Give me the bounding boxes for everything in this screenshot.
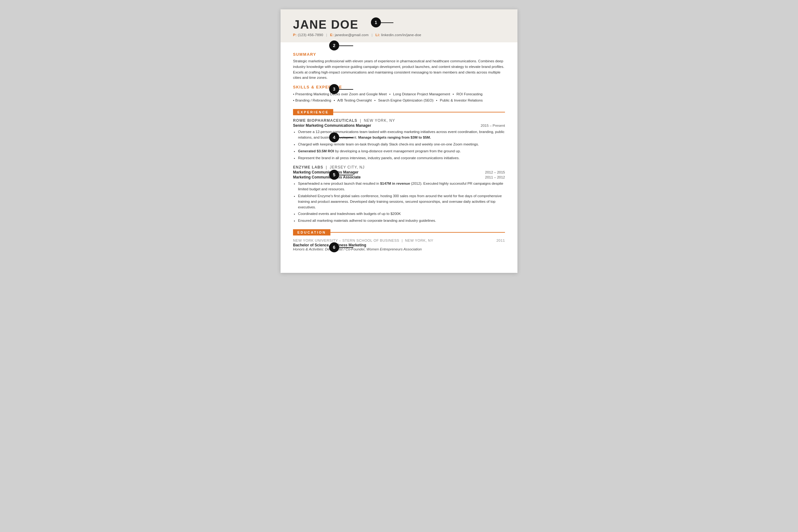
bullet-j2-2: Established Enzyme's first global sales … [298,193,505,210]
ann5-line [339,175,353,175]
annotation-3: 3 [329,84,339,94]
resume-paper: JANE DOE P: (123) 456-7890 | E: janedoe@… [280,10,518,273]
education-heading: EDUCATION [293,229,330,235]
annotation-6: 6 [329,242,339,252]
skills-heading: SKILLS & EXPERTISE [293,85,505,89]
role-title-1: Senior Marketing Communications Manager [293,124,371,128]
role-row-1: Senior Marketing Communications Manager … [293,124,505,128]
experience-bar-line [333,112,505,112]
page-wrapper: 1 2 3 4 5 6 JANE DOE P: (123) 456-7890 |… [280,10,518,273]
company-2: ENZYME LABS | Jersey City, NJ [293,165,505,169]
ann4-line [339,137,353,138]
bullet-j2-1: Spearheaded a new product launch that re… [298,181,505,192]
summary-text: Strategic marketing professional with el… [293,59,505,81]
resume-name: JANE DOE [293,18,505,32]
resume-contact: P: (123) 456-7890 | E: janedoe@gmail.com… [293,33,505,37]
annotation-2: 2 [329,40,339,51]
ann3-line [339,89,353,90]
annotation-4: 4 [329,132,339,142]
phone-label: P: [293,33,297,37]
edu-honors: Honors & Activities: Dean's List / Co-Fo… [293,247,505,251]
skills-line2: • Branding / Rebranding • A/B Testing Ov… [293,97,505,104]
role-dates-1: 2015 – Present [481,124,505,127]
role-title-2a: Marketing Communications Manager [293,170,359,174]
phone-value: (123) 456-7890 [298,33,323,37]
bullet-j2-3: Coordinated events and tradeshows with b… [298,211,505,217]
annotation-5: 5 [329,170,339,180]
experience-heading: EXPERIENCE [293,109,333,115]
skill-bullet-2: • [293,98,294,102]
role-dates-2a: 2012 – 2015 [485,170,505,174]
resume-header: JANE DOE P: (123) 456-7890 | E: janedoe@… [280,10,518,42]
role-row-2a: Marketing Communications Manager 2012 – … [293,170,505,174]
resume-body: SUMMARY Strategic marketing professional… [280,42,518,273]
bullets-job2: Spearheaded a new product launch that re… [298,181,505,224]
role-row-2b: Marketing Communications Associate 2011 … [293,175,505,179]
ann6-line [339,247,353,248]
edu-school-name: NEW YORK UNIVERSITY – STERN SCHOOL OF BU… [293,239,433,242]
edu-year: 2011 [496,239,505,242]
bullet-j1-3: Generated $3.5M ROI by developing a long… [298,149,505,154]
experience-bar: EXPERIENCE [293,109,505,115]
linkedin-label: Li: [375,33,380,37]
bullet-j1-4: Represent the brand in all press intervi… [298,155,505,161]
skills-line1: • Presenting Marketing Decks over Zoom a… [293,91,505,97]
linkedin-value: linkedin.com/in/jane-doe [381,33,421,37]
company-1: ROWE BIOPHARMACEUTICALS | New York, NY [293,118,505,123]
bottom-spacer [293,251,505,264]
bullet-j1-2: Charged with keeping remote team on-task… [298,142,505,147]
summary-heading: SUMMARY [293,52,505,57]
education-bar: EDUCATION [293,229,505,235]
email-label: E: [330,33,334,37]
bullets-job1: Oversee a 12-person communications team … [298,129,505,161]
bullet-j2-4: Ensured all marketing materials adhered … [298,218,505,224]
ann2-line [339,45,353,46]
skill-bullet-1: • [293,92,294,96]
edu-degree: Bachelor of Science, Business Marketing [293,243,505,247]
ann1-line [381,22,393,23]
annotation-1: 1 [371,17,381,27]
email-value: janedoe@gmail.com [335,33,368,37]
role-dates-2b: 2011 – 2012 [485,175,505,179]
bullet-j1-1: Oversee a 12-person communications team … [298,129,505,140]
role-title-2b: Marketing Communications Associate [293,175,361,179]
edu-school-row: NEW YORK UNIVERSITY – STERN SCHOOL OF BU… [293,239,505,242]
education-bar-line [330,232,505,233]
